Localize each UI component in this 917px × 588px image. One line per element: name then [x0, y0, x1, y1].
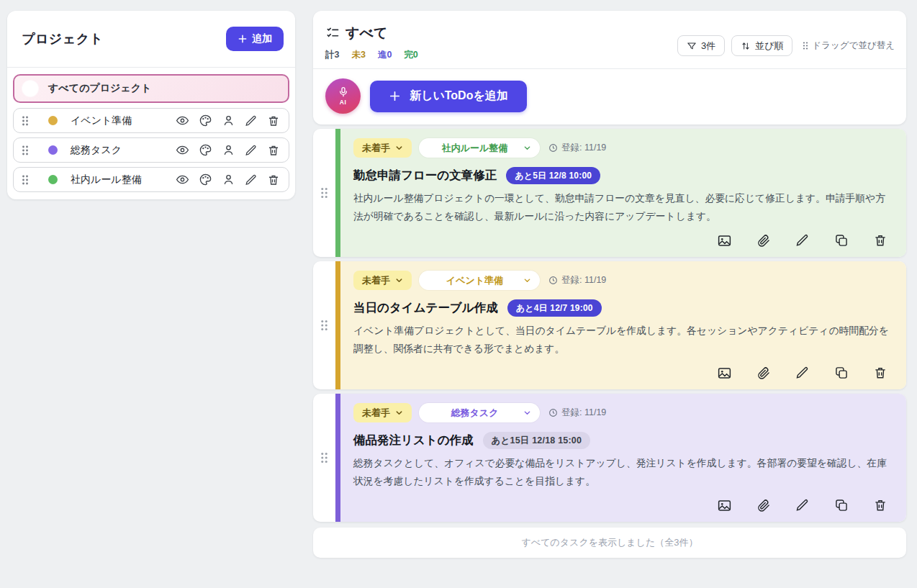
add-project-label: 追加: [252, 32, 272, 45]
tasks-main: すべて 計3 未3 進0 完0 3件 並び順: [313, 11, 906, 558]
attach-file-button[interactable]: [756, 366, 771, 381]
count-done: 完0: [404, 49, 417, 61]
project-select[interactable]: 総務タスク: [419, 403, 540, 422]
status-select[interactable]: 未着手: [353, 271, 412, 290]
edit-project-button[interactable]: [245, 173, 258, 186]
project-select-label: 総務タスク: [426, 407, 523, 420]
chevron-down-icon: [395, 409, 403, 417]
edit-task-button[interactable]: [795, 233, 810, 248]
project-select[interactable]: イベント準備: [419, 271, 540, 290]
task-description: イベント準備プロジェクトとして、当日のタイムテーブルを作成します。各セッションや…: [353, 322, 890, 358]
drag-handle-icon[interactable]: [21, 115, 30, 127]
task-color-stripe: [335, 261, 340, 389]
task-description: 社内ルール整備プロジェクトの一環として、勤怠申請フローの文章を見直し、必要に応じ…: [353, 190, 890, 225]
task-color-stripe: [335, 394, 340, 522]
list-footer: すべてのタスクを表示しました（全3件）: [313, 528, 906, 558]
project-item[interactable]: 総務タスク: [13, 137, 289, 163]
project-select-label: イベント準備: [426, 274, 523, 287]
visibility-button[interactable]: [176, 114, 189, 127]
members-button[interactable]: [222, 143, 235, 157]
registered-date: 登録: 11/19: [548, 407, 606, 419]
drag-hint-label: ドラッグで並び替え: [812, 40, 895, 52]
project-select-label: 社内ルール整備: [426, 142, 523, 155]
task-card: 未着手 イベント準備 登録: 11/19 当日のタイムテーブル作成 あと4日 1…: [313, 261, 906, 389]
status-select[interactable]: 未着手: [353, 138, 412, 158]
project-item[interactable]: 社内ルール整備: [13, 167, 289, 192]
edit-task-button[interactable]: [795, 366, 810, 381]
projects-panel: プロジェクト 追加 すべてのプロジェクト イベント準備 総: [7, 11, 295, 199]
all-projects-label: すべてのプロジェクト: [48, 82, 151, 95]
microphone-icon: [338, 86, 349, 98]
edit-project-button[interactable]: [245, 114, 258, 127]
registered-label: 登録: 11/19: [561, 274, 606, 286]
delete-project-button[interactable]: [267, 173, 280, 186]
duplicate-task-button[interactable]: [834, 366, 849, 381]
project-item[interactable]: イベント準備: [13, 108, 289, 133]
plus-icon: [389, 90, 401, 102]
task-drag-handle[interactable]: [313, 129, 335, 257]
delete-project-button[interactable]: [267, 144, 280, 157]
add-project-button[interactable]: 追加: [226, 27, 284, 51]
project-name: イベント準備: [71, 114, 176, 127]
footer-message: すべてのタスクを表示しました（全3件）: [522, 536, 698, 549]
delete-task-button[interactable]: [873, 366, 887, 381]
status-select[interactable]: 未着手: [353, 403, 412, 422]
members-button[interactable]: [222, 114, 235, 127]
funnel-icon: [687, 41, 697, 51]
status-label: 未着手: [362, 407, 390, 420]
project-list: すべてのプロジェクト イベント準備 総務タスク: [7, 68, 295, 199]
due-badge: あと5日 12/8 10:00: [506, 167, 600, 184]
clock-icon: [548, 276, 558, 285]
attach-image-button[interactable]: [717, 233, 732, 248]
delete-task-button[interactable]: [873, 233, 887, 248]
duplicate-task-button[interactable]: [834, 233, 849, 248]
chevron-down-icon: [523, 409, 531, 417]
due-badge: あと15日 12/18 15:00: [483, 432, 591, 449]
filter-button[interactable]: 3件: [677, 35, 725, 56]
sort-label: 並び順: [755, 40, 783, 53]
sort-button[interactable]: 並び順: [731, 35, 792, 56]
visibility-button[interactable]: [176, 143, 189, 157]
task-drag-handle[interactable]: [313, 261, 335, 389]
duplicate-task-button[interactable]: [834, 498, 849, 513]
project-color-dot: [48, 175, 58, 184]
delete-project-button[interactable]: [267, 114, 280, 127]
color-palette-button[interactable]: [199, 173, 212, 186]
color-palette-button[interactable]: [199, 114, 212, 127]
delete-task-button[interactable]: [873, 498, 887, 513]
count-todo: 未3: [351, 49, 365, 61]
add-todo-button[interactable]: 新しいToDoを追加: [370, 81, 527, 112]
count-in-progress: 進0: [378, 49, 392, 61]
drag-handle-icon[interactable]: [21, 145, 30, 156]
attach-file-button[interactable]: [756, 233, 771, 248]
tasks-header-panel: すべて 計3 未3 進0 完0 3件 並び順: [313, 11, 906, 125]
task-title: 備品発注リストの作成: [353, 433, 474, 448]
project-select[interactable]: 社内ルール整備: [419, 138, 540, 158]
project-color-dot: [48, 145, 58, 155]
project-color-dot: [48, 116, 58, 125]
members-button[interactable]: [222, 173, 235, 186]
page-title: すべて: [345, 24, 387, 42]
ai-label: AI: [340, 99, 347, 106]
task-card: 未着手 社内ルール整備 登録: 11/19 勤怠申請フローの文章修正 あと5日 …: [313, 129, 906, 257]
project-item-all[interactable]: すべてのプロジェクト: [13, 74, 289, 103]
filter-count-label: 3件: [701, 40, 715, 53]
drag-handle-icon[interactable]: [21, 174, 30, 186]
attach-image-button[interactable]: [717, 366, 732, 381]
task-counts: 計3 未3 進0 完0: [325, 49, 418, 61]
registered-date: 登録: 11/19: [548, 274, 606, 286]
task-drag-handle[interactable]: [313, 394, 335, 522]
ai-voice-button[interactable]: AI: [325, 78, 361, 114]
drag-reorder-hint: ドラッグで並び替え: [802, 40, 895, 52]
registered-label: 登録: 11/19: [561, 407, 606, 419]
edit-project-button[interactable]: [245, 144, 258, 157]
attach-file-button[interactable]: [756, 498, 771, 513]
all-projects-dot: [22, 81, 38, 96]
plus-icon: [238, 34, 248, 44]
attach-image-button[interactable]: [717, 498, 732, 513]
color-palette-button[interactable]: [199, 143, 212, 157]
chevron-down-icon: [523, 276, 531, 284]
visibility-button[interactable]: [176, 173, 189, 186]
edit-task-button[interactable]: [795, 498, 810, 513]
due-badge: あと4日 12/7 19:00: [507, 299, 602, 317]
